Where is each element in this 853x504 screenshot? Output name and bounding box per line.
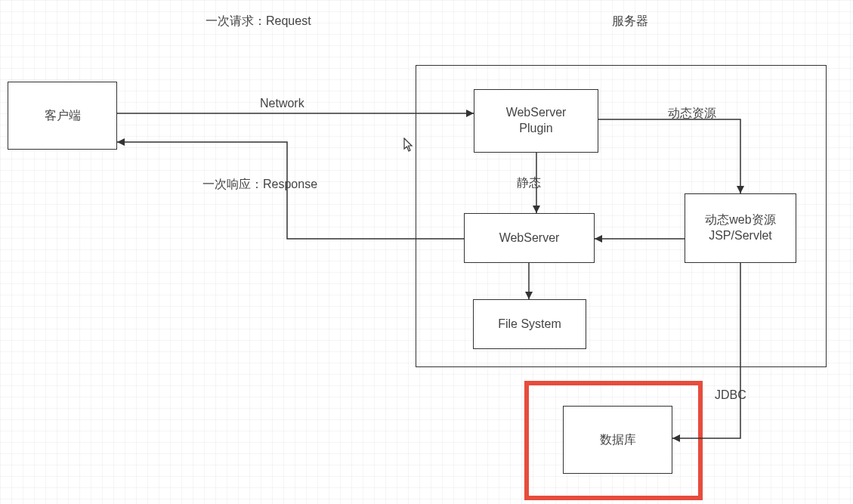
label-jdbc: JDBC bbox=[715, 388, 746, 402]
box-dynamic-web-line2: JSP/Servlet bbox=[705, 228, 775, 244]
box-dynamic-web-line1: 动态web资源 bbox=[705, 212, 775, 228]
box-webserver-plugin-line2: Plugin bbox=[506, 121, 567, 137]
box-webserver-label: WebServer bbox=[499, 230, 560, 246]
diagram-stage: 一次请求：Request 服务器 客户端 WebServer Plugin We… bbox=[0, 0, 853, 504]
label-dynamic-res: 动态资源 bbox=[668, 106, 716, 122]
box-filesystem: File System bbox=[473, 299, 586, 349]
box-webserver-plugin: WebServer Plugin bbox=[474, 89, 598, 153]
label-server-title: 服务器 bbox=[612, 14, 648, 29]
label-response: 一次响应：Response bbox=[202, 177, 317, 193]
label-request: 一次请求：Request bbox=[206, 14, 311, 29]
box-client: 客户端 bbox=[8, 82, 117, 150]
box-filesystem-label: File System bbox=[498, 317, 561, 332]
label-static: 静态 bbox=[517, 175, 541, 191]
label-network: Network bbox=[260, 97, 304, 110]
box-webserver: WebServer bbox=[464, 213, 595, 263]
box-dynamic-web: 动态web资源 JSP/Servlet bbox=[685, 193, 796, 263]
box-webserver-plugin-line1: WebServer bbox=[506, 105, 567, 121]
cursor-icon bbox=[403, 138, 414, 153]
box-client-label: 客户端 bbox=[45, 108, 81, 124]
highlight-database bbox=[524, 381, 703, 500]
